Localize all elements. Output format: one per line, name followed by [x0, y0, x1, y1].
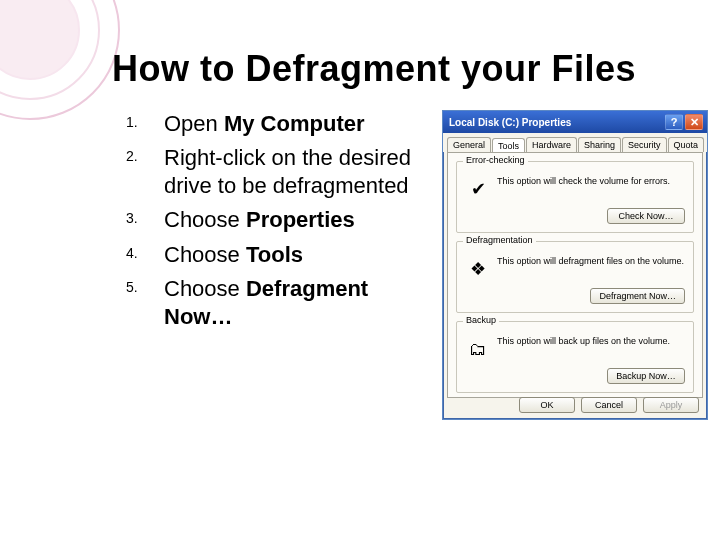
group-legend: Defragmentation — [463, 235, 536, 245]
slide-title: How to Defragment your Files — [112, 48, 636, 90]
dialog-titlebar[interactable]: Local Disk (C:) Properties ? ✕ — [443, 111, 707, 133]
steps-list: 1. Open My Computer 2. Right-click on th… — [108, 110, 428, 331]
properties-dialog: Local Disk (C:) Properties ? ✕ General T… — [442, 110, 708, 420]
tab-tools[interactable]: Tools — [492, 138, 525, 153]
step-item: 4. Choose Tools — [108, 241, 428, 269]
steps-column: 1. Open My Computer 2. Right-click on th… — [108, 110, 428, 520]
step-text-bold: Tools — [246, 242, 303, 267]
help-button[interactable]: ? — [665, 114, 683, 130]
step-text-bold: Properties — [246, 207, 355, 232]
group-defragmentation: Defragmentation ❖ This option will defra… — [456, 241, 694, 313]
dialog-title: Local Disk (C:) Properties — [449, 117, 571, 128]
group-text: This option will back up files on the vo… — [497, 336, 685, 347]
checkdisk-icon: ✔ — [465, 176, 491, 202]
check-now-button[interactable]: Check Now… — [607, 208, 685, 224]
step-number: 4. — [126, 245, 138, 263]
tab-security[interactable]: Security — [622, 137, 667, 152]
step-text-pre: Choose — [164, 276, 246, 301]
tab-sharing[interactable]: Sharing — [578, 137, 621, 152]
step-item: 2. Right-click on the desired drive to b… — [108, 144, 428, 200]
step-text-bold: My Computer — [224, 111, 365, 136]
group-text: This option will defragment files on the… — [497, 256, 685, 267]
step-item: 1. Open My Computer — [108, 110, 428, 138]
step-text-pre: Open — [164, 111, 224, 136]
backup-icon: 🗂 — [465, 336, 491, 362]
group-error-checking: Error-checking ✔ This option will check … — [456, 161, 694, 233]
step-number: 5. — [126, 279, 138, 297]
close-button[interactable]: ✕ — [685, 114, 703, 130]
tab-body: Error-checking ✔ This option will check … — [447, 152, 703, 398]
tab-hardware[interactable]: Hardware — [526, 137, 577, 152]
group-legend: Error-checking — [463, 155, 528, 165]
step-text-pre: Right-click on the desired drive to be d… — [164, 145, 411, 198]
step-number: 3. — [126, 210, 138, 228]
step-text-pre: Choose — [164, 207, 246, 232]
step-number: 1. — [126, 114, 138, 132]
backup-now-button[interactable]: Backup Now… — [607, 368, 685, 384]
step-item: 5. Choose Defragment Now… — [108, 275, 428, 331]
group-text: This option will check the volume for er… — [497, 176, 685, 187]
content-area: 1. Open My Computer 2. Right-click on th… — [108, 110, 700, 520]
defragment-now-button[interactable]: Defragment Now… — [590, 288, 685, 304]
apply-button[interactable]: Apply — [643, 397, 699, 413]
decorative-rings — [0, 0, 120, 120]
tab-general[interactable]: General — [447, 137, 491, 152]
group-backup: Backup 🗂 This option will back up files … — [456, 321, 694, 393]
step-number: 2. — [126, 148, 138, 166]
group-legend: Backup — [463, 315, 499, 325]
defrag-icon: ❖ — [465, 256, 491, 282]
tab-strip: General Tools Hardware Sharing Security … — [443, 133, 707, 152]
tab-quota[interactable]: Quota — [668, 137, 705, 152]
dialog-footer: OK Cancel Apply — [519, 397, 699, 413]
step-item: 3. Choose Properties — [108, 206, 428, 234]
cancel-button[interactable]: Cancel — [581, 397, 637, 413]
ok-button[interactable]: OK — [519, 397, 575, 413]
step-text-pre: Choose — [164, 242, 246, 267]
